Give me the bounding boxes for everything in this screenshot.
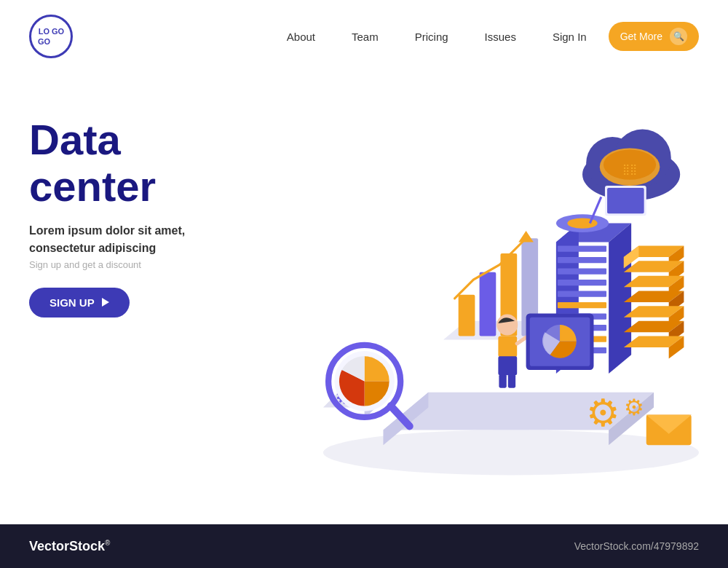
search-bar[interactable]: Get More 🔍 — [609, 22, 699, 51]
hero-subtitle: Lorem ipsum dolor sit amet, — [29, 224, 233, 237]
svg-text:⣿⣿: ⣿⣿ — [622, 163, 637, 175]
page-title: Data center — [29, 117, 233, 210]
hero-subtitle2: consectetur adipiscing — [29, 242, 233, 255]
logo-tl: LO — [38, 27, 50, 36]
svg-point-53 — [496, 315, 518, 336]
logo-bl: GO — [38, 37, 50, 46]
signup-button[interactable]: SIGN UP — [29, 288, 130, 317]
nav-team[interactable]: Team — [352, 31, 379, 43]
svg-text:⚙: ⚙ — [624, 395, 644, 420]
main-content: Data center Lorem ipsum dolor sit amet, … — [0, 73, 728, 524]
header: LO GO GO About Team Pricing Issues Sign … — [0, 0, 728, 73]
hero-text: Data center Lorem ipsum dolor sit amet, … — [29, 87, 233, 517]
nav-pricing[interactable]: Pricing — [415, 31, 448, 43]
svg-rect-17 — [558, 246, 606, 252]
svg-point-28 — [567, 218, 597, 228]
search-icon[interactable]: 🔍 — [670, 28, 687, 45]
logo-tr: GO — [52, 27, 64, 36]
logo-br — [52, 37, 64, 46]
main-illustration: ⚙ — [233, 87, 699, 517]
nav-issues[interactable]: Issues — [485, 31, 516, 43]
svg-point-0 — [323, 430, 699, 475]
svg-marker-15 — [609, 224, 631, 374]
svg-text:⚙: ⚙ — [586, 392, 620, 434]
svg-rect-10 — [480, 272, 496, 336]
svg-rect-22 — [558, 302, 606, 308]
main-nav: About Team Pricing Issues Sign In — [287, 31, 587, 43]
svg-marker-13 — [518, 231, 534, 242]
svg-rect-20 — [558, 280, 606, 285]
svg-rect-19 — [558, 269, 606, 275]
search-label: Get More — [620, 31, 662, 42]
footer-brand: VectorStock® — [29, 539, 110, 554]
svg-rect-21 — [558, 291, 606, 297]
logo: LO GO GO — [29, 15, 73, 58]
footer-url: VectorStock.com/47979892 — [574, 540, 699, 552]
svg-rect-57 — [508, 374, 515, 388]
footer: VectorStock® VectorStock.com/47979892 — [0, 524, 728, 568]
nav-about[interactable]: About — [287, 31, 315, 43]
svg-rect-18 — [558, 257, 606, 263]
svg-rect-9 — [459, 295, 475, 336]
svg-rect-54 — [498, 336, 517, 357]
play-icon — [102, 298, 109, 307]
illustration-area: ⚙ — [233, 87, 699, 517]
svg-rect-56 — [499, 374, 506, 388]
discount-text: Sign up and get a discount — [29, 259, 233, 270]
svg-rect-55 — [498, 356, 517, 375]
nav-signin[interactable]: Sign In — [553, 31, 587, 43]
svg-rect-52 — [607, 188, 644, 213]
